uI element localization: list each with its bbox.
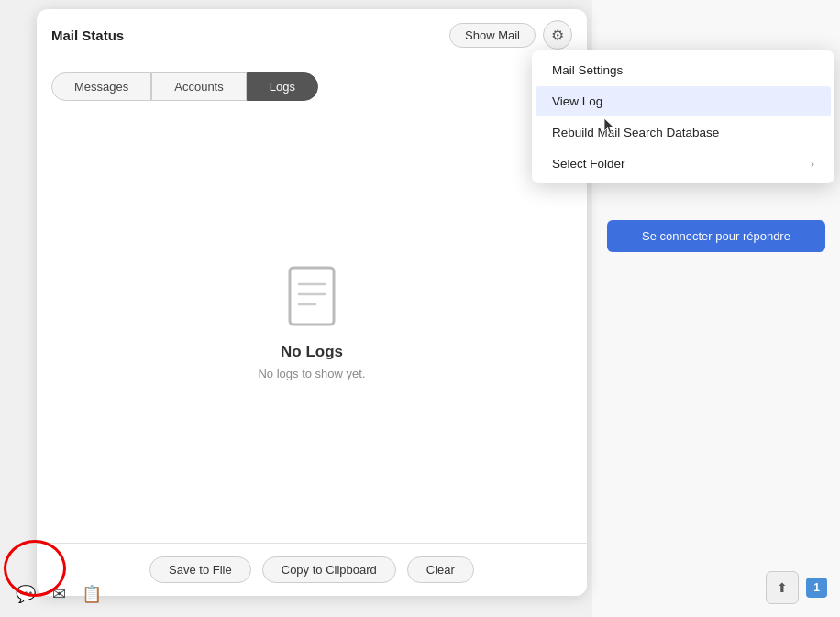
mail-icon-button[interactable]: ✉ bbox=[44, 579, 73, 609]
rebuild-mail-search-label: Rebuild Mail Search Database bbox=[552, 126, 719, 139]
tab-logs[interactable]: Logs bbox=[247, 72, 318, 101]
dropdown-item-view-log[interactable]: View Log bbox=[536, 86, 831, 116]
view-log-label: View Log bbox=[552, 94, 602, 108]
dropdown-menu: Mail Settings View Log Rebuild Mail Sear… bbox=[532, 50, 834, 183]
dropdown-item-mail-settings[interactable]: Mail Settings bbox=[536, 55, 831, 85]
header-actions: Show Mail ⚙ bbox=[449, 20, 572, 50]
tab-messages[interactable]: Messages bbox=[51, 72, 151, 101]
dropdown-item-rebuild-mail-search[interactable]: Rebuild Mail Search Database bbox=[536, 117, 831, 148]
page-up-button[interactable]: ⬆ bbox=[766, 571, 799, 604]
svg-rect-0 bbox=[290, 268, 334, 325]
gear-button[interactable]: ⚙ bbox=[543, 20, 572, 50]
tabs-row: Messages Accounts Logs bbox=[37, 61, 587, 101]
calendar-icon-button[interactable]: 📋 bbox=[77, 579, 106, 609]
select-folder-chevron-icon: › bbox=[811, 158, 814, 171]
no-logs-subtitle: No logs to show yet. bbox=[258, 367, 365, 380]
copy-to-clipboard-button[interactable]: Copy to Clipboard bbox=[262, 556, 396, 583]
widget-content: No Logs No logs to show yet. bbox=[37, 101, 587, 543]
no-logs-icon bbox=[282, 264, 341, 328]
clear-button[interactable]: Clear bbox=[407, 556, 474, 583]
save-to-file-button[interactable]: Save to File bbox=[149, 556, 251, 583]
no-logs-title: No Logs bbox=[281, 343, 343, 361]
page-badge: 1 bbox=[806, 578, 827, 598]
calendar-icon: 📋 bbox=[82, 584, 102, 604]
page-up-icon: ⬆ bbox=[777, 580, 788, 595]
bottom-toolbar: 💬 ✉ 📋 bbox=[0, 571, 147, 617]
show-mail-button[interactable]: Show Mail bbox=[449, 23, 536, 48]
widget-title: Mail Status bbox=[51, 28, 124, 43]
gear-icon: ⚙ bbox=[551, 27, 564, 44]
tab-accounts[interactable]: Accounts bbox=[151, 72, 246, 101]
dropdown-item-select-folder[interactable]: Select Folder › bbox=[536, 149, 831, 179]
mail-icon: ✉ bbox=[52, 584, 66, 604]
chat-icon: 💬 bbox=[16, 584, 36, 604]
connect-button[interactable]: Se connecter pour répondre bbox=[607, 220, 825, 252]
page-indicator: ⬆ 1 bbox=[766, 571, 827, 604]
mail-status-widget: Mail Status Show Mail ⚙ Messages Account… bbox=[37, 9, 587, 596]
chat-icon-button[interactable]: 💬 bbox=[11, 579, 40, 609]
widget-header: Mail Status Show Mail ⚙ bbox=[37, 9, 587, 61]
select-folder-label: Select Folder bbox=[552, 157, 625, 171]
mail-settings-label: Mail Settings bbox=[552, 63, 623, 77]
